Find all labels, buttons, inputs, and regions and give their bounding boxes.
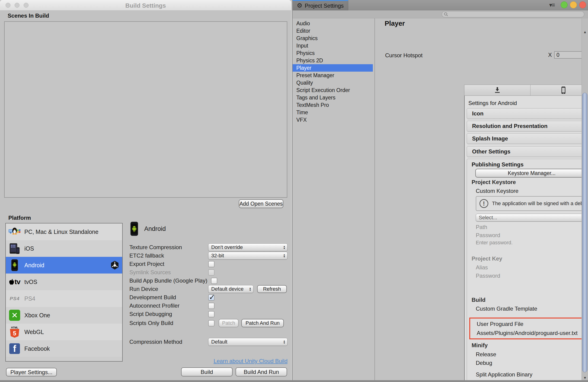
compression-method-dropdown[interactable]: Default <box>208 338 288 346</box>
keystore-select-dropdown[interactable]: Select... <box>476 214 588 221</box>
export-project-row: Export Project <box>129 260 288 268</box>
sidebar-item-physics[interactable]: Physics <box>293 49 375 57</box>
unity-logo-icon <box>110 260 120 270</box>
search-toolbar <box>293 10 588 18</box>
x-label: X <box>548 52 552 58</box>
development-build-row: Development Build <box>129 293 288 302</box>
warning-icon: ! <box>480 199 488 208</box>
keystore-manager-button[interactable]: Keystore Manager... <box>475 169 588 178</box>
platform-item-label: WebGL <box>24 329 44 335</box>
sidebar-item-input[interactable]: Input <box>293 42 375 49</box>
platform-item-ios[interactable]: iOS <box>6 240 122 257</box>
platform-list: PC, Mac & Linux Standalone iOS <box>5 223 123 362</box>
vertical-scrollbar[interactable]: ▲ ▼ <box>582 19 588 382</box>
platform-item-android[interactable]: Android <box>6 257 122 274</box>
platform-item-label: tvOS <box>24 279 37 285</box>
publishing-settings-header[interactable]: Publishing Settings <box>472 161 588 169</box>
script-debugging-checkbox[interactable] <box>208 311 214 317</box>
custom-gradle-row: Custom Gradle Template <box>472 304 588 313</box>
etc2-fallback-dropdown[interactable]: 32-bit <box>208 252 288 260</box>
tab-menu-icon[interactable] <box>549 2 555 8</box>
traffic-green-icon[interactable] <box>561 1 567 8</box>
scenes-in-build-label: Scenes In Build <box>8 13 49 19</box>
refresh-button[interactable]: Refresh <box>257 285 287 293</box>
build-and-run-button[interactable]: Build And Run <box>236 367 287 376</box>
settings-category-list: Audio Editor Graphics Input Physics Phys… <box>293 18 375 382</box>
sidebar-item-physics2d[interactable]: Physics 2D <box>293 57 375 64</box>
screenshot-root: Build Settings Scenes In Build Add Open … <box>0 0 588 382</box>
sidebar-item-editor[interactable]: Editor <box>293 27 375 35</box>
search-input[interactable] <box>442 11 584 17</box>
platform-item-label: Android <box>24 262 44 269</box>
build-settings-window: Build Settings Scenes In Build Add Open … <box>0 0 292 382</box>
window-title: Build Settings <box>0 2 291 9</box>
run-device-row: Run Device Default device Refresh <box>129 285 288 293</box>
sidebar-item-preset-manager[interactable]: Preset Manager <box>293 72 375 79</box>
facebook-icon: f <box>8 342 21 355</box>
build-subheader: Build <box>472 295 588 304</box>
autoconnect-profiler-checkbox[interactable] <box>208 303 214 309</box>
build-app-bundle-checkbox[interactable] <box>211 278 217 284</box>
hotspot-x-field[interactable]: 0 <box>554 51 582 59</box>
etc2-fallback-row: ETC2 fallback 32-bit <box>129 252 288 260</box>
tab-standalone[interactable] <box>464 85 530 96</box>
sidebar-item-tags-and-layers[interactable]: Tags and Layers <box>293 94 375 101</box>
sidebar-item-quality[interactable]: Quality <box>293 79 375 86</box>
ios-icon <box>8 242 21 255</box>
texture-compression-row: Texture Compression Don't override <box>129 243 288 252</box>
scrollbar-thumb[interactable] <box>582 93 587 372</box>
export-project-checkbox[interactable] <box>208 261 214 267</box>
section-resolution[interactable]: Resolution and Presentation <box>467 121 588 131</box>
project-keystore-header: Project Keystore <box>472 178 588 187</box>
user-proguard-highlight: User Proguard File Assets/Plugins/Androi… <box>469 318 588 339</box>
key-password-row: Password <box>472 272 588 280</box>
platform-item-xbox[interactable]: ✕ Xbox One <box>6 307 122 323</box>
scripts-only-build-checkbox[interactable] <box>208 320 214 326</box>
window-controls <box>549 1 586 8</box>
scenes-in-build-list[interactable] <box>4 21 287 198</box>
settings-gear-icon: ⚙ <box>297 2 302 9</box>
section-splash[interactable]: Splash Image <box>467 133 588 144</box>
symlink-sources-row: Symlink Sources <box>129 268 288 277</box>
sidebar-item-time[interactable]: Time <box>293 109 375 116</box>
sidebar-item-player[interactable]: Player <box>293 64 373 72</box>
platform-item-label: Xbox One <box>24 312 50 319</box>
development-build-checkbox[interactable] <box>208 294 214 301</box>
player-settings-button[interactable]: Player Settings... <box>6 368 57 376</box>
player-settings-panel: Player ? ⚙ 2D) Select Cursor Hotspot X <box>375 18 588 382</box>
texture-compression-dropdown[interactable]: Don't override <box>208 243 288 251</box>
platform-item-ps4[interactable]: PS4 PS4 <box>6 290 122 307</box>
sidebar-item-vfx[interactable]: VFX <box>293 116 375 123</box>
platform-item-standalone[interactable]: PC, Mac & Linux Standalone <box>6 223 122 240</box>
tab-ios[interactable] <box>530 85 588 96</box>
section-other[interactable]: Other Settings <box>467 146 588 157</box>
tvos-icon: tv <box>8 275 21 288</box>
script-debugging-row: Script Debugging <box>129 310 288 318</box>
android-icon <box>8 259 21 272</box>
scroll-up-icon[interactable]: ▲ <box>582 28 588 36</box>
sidebar-item-audio[interactable]: Audio <box>293 20 375 27</box>
user-proguard-row: User Proguard File <box>470 320 588 329</box>
unity-cloud-build-link[interactable]: Learn about Unity Cloud Build <box>210 358 288 364</box>
project-settings-topbar: ⚙ Project Settings <box>293 0 588 11</box>
split-binary-row: Split Application Binary <box>472 370 588 379</box>
platform-item-label: PC, Mac & Linux Standalone <box>24 229 99 235</box>
build-button[interactable]: Build <box>181 367 232 376</box>
run-device-dropdown[interactable]: Default device <box>208 285 253 293</box>
platform-item-facebook[interactable]: f Facebook <box>6 340 122 357</box>
sidebar-item-script-execution-order[interactable]: Script Execution Order <box>293 86 375 94</box>
patch-and-run-button[interactable]: Patch And Run <box>241 319 284 327</box>
smartphone-icon <box>561 86 566 94</box>
platform-item-label: Facebook <box>24 345 50 352</box>
project-settings-tab[interactable]: ⚙ Project Settings <box>293 0 348 10</box>
section-icon[interactable]: Icon <box>467 108 588 119</box>
platform-item-tvos[interactable]: tv tvOS <box>6 274 122 290</box>
minify-debug-row: Debug None <box>472 359 588 367</box>
add-open-scenes-button[interactable]: Add Open Scenes <box>239 199 283 208</box>
sidebar-item-textmesh-pro[interactable]: TextMesh Pro <box>293 101 375 109</box>
traffic-yellow-icon[interactable] <box>570 1 577 8</box>
sidebar-item-graphics[interactable]: Graphics <box>293 35 375 42</box>
traffic-red-icon[interactable] <box>579 1 586 8</box>
platform-item-webgl[interactable]: HTML 5 WebGL <box>6 323 122 340</box>
symlink-sources-checkbox <box>208 269 214 276</box>
